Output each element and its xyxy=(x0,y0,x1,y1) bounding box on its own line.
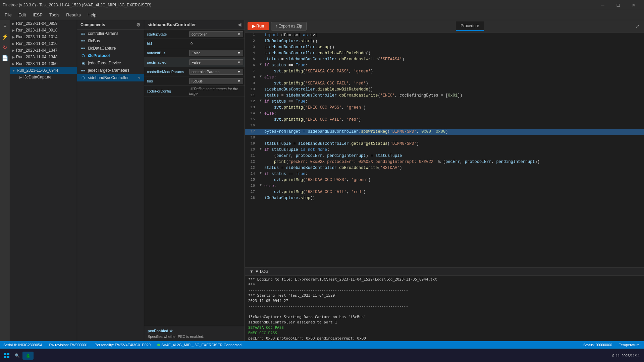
comp-jedecTargetParameters[interactable]: ≡≡ jedecTargetParameters xyxy=(77,67,144,74)
line-fold-14[interactable]: ▼ xyxy=(258,111,263,115)
menu-results[interactable]: Results xyxy=(63,11,84,19)
run-item-7[interactable]: ▶ Run_2023-11-04_1350 xyxy=(10,60,77,67)
minimize-button[interactable]: ─ xyxy=(595,0,610,10)
code-editor[interactable]: 1 import dftm.svt as svt 2 i3cDataCaptur… xyxy=(245,33,644,267)
run-label-5: Run_2023-11-04_1347 xyxy=(16,48,57,53)
code-line-6: 6 ▼ if status == True: xyxy=(245,63,644,69)
sidebar-icon-clock[interactable]: ↻ xyxy=(1,43,9,52)
line-content-15: svt.printMsg('ENEC CCC FAIL', 'red') xyxy=(263,117,644,122)
log-content: *** Logging to file: E:\program\I3C\Test… xyxy=(245,276,644,341)
comp-i3cDataCapture[interactable]: ≡≡ i3cDataCapture xyxy=(77,45,144,52)
line-fold-24[interactable]: ▼ xyxy=(258,171,263,175)
prop-val-startup[interactable]: controller ▼ xyxy=(188,31,245,38)
sidebar-icon-doc[interactable]: 📄 xyxy=(1,54,9,62)
code-line-8: 8 ▼ else: xyxy=(245,75,644,81)
log-line-11: ENEC CCC PASS xyxy=(248,330,641,336)
menu-iesp[interactable]: IESP xyxy=(29,11,46,19)
code-line-1: 1 import dftm.svt as svt xyxy=(245,33,644,39)
run-item-2[interactable]: ▶ Run_2023-11-04_0918 xyxy=(10,27,77,34)
prop-tooltip: pecEnabled ☆ Specifies whether PEC is en… xyxy=(144,326,245,341)
log-line-7 xyxy=(248,309,641,314)
log-header[interactable]: ▼ ▼ LOG xyxy=(245,268,644,276)
line-fold-8[interactable]: ▼ xyxy=(258,75,263,78)
status-right: Status: 00000000 Temperature: xyxy=(583,343,641,347)
comp-i3cBus[interactable]: ≡≡ i3cBus xyxy=(77,37,144,45)
run-label-8c: i3cDataCapture xyxy=(23,75,51,79)
bus-dropdown[interactable]: i3cBus ▼ xyxy=(189,78,243,84)
autoInitBus-dropdown[interactable]: False ▼ xyxy=(189,50,243,56)
code-line-14: 14 ▼ else: xyxy=(245,111,644,117)
line-fold-26[interactable]: ▼ xyxy=(258,183,263,187)
props-collapse-icon[interactable]: ◀ xyxy=(238,22,241,27)
codeForConfig-text: #"Define some names for the targe xyxy=(189,86,238,96)
pecEnabled-chevron: ▼ xyxy=(237,60,241,64)
prop-val-bus[interactable]: i3cBus ▼ xyxy=(188,77,245,85)
startup-val: controller xyxy=(192,32,207,36)
pecEnabled-dropdown[interactable]: False ▼ xyxy=(189,59,243,65)
line-fold-6[interactable]: ▼ xyxy=(258,63,263,66)
line-fold-12[interactable]: ▼ xyxy=(258,99,263,103)
comp-name-4: i3cProtocol xyxy=(88,53,110,58)
prop-label-ctrlMode: controllerModeParams xyxy=(144,68,188,75)
run-item-8[interactable]: ▼ Run_2023-11-05_0944 xyxy=(10,67,77,74)
comp-controllerParams[interactable]: ≡≡ controllerParams xyxy=(77,30,144,37)
line-num-7: 7 xyxy=(245,69,258,73)
procedure-tab[interactable]: Procedure xyxy=(456,21,484,31)
run-label-4: Run_2023-11-04_1016 xyxy=(16,41,57,46)
startup-dropdown[interactable]: controller ▼ xyxy=(189,31,243,37)
line-content-28: i3cDataCapture.stop() xyxy=(263,195,644,201)
ctrlMode-chevron: ▼ xyxy=(237,70,241,74)
toolbar-buttons: ▶ Run ↑ Export as Zip xyxy=(248,22,307,31)
line-content-11: status = sidebandBusController.doBroadca… xyxy=(263,93,644,98)
export-button[interactable]: ↑ Export as Zip xyxy=(271,22,307,31)
prop-label-bus: bus xyxy=(144,78,188,84)
arrow-icon-8: ▼ xyxy=(12,69,15,72)
comp-icon-1: ≡≡ xyxy=(80,31,86,36)
prop-val-ctrlMode[interactable]: controllerParams ▼ xyxy=(188,68,245,75)
menu-tools[interactable]: Tools xyxy=(46,11,63,19)
run-item-6[interactable]: ▶ Run_2023-11-04_1348 xyxy=(10,54,77,60)
comp-name-6: jedecTargetParameters xyxy=(88,68,129,73)
log-line-9: sidebandBusController assigned to port 1 xyxy=(248,320,641,325)
comp-i3cProtocol[interactable]: ⬡ i3cProtocol xyxy=(77,52,144,59)
run-item-8-child[interactable]: ▶ i3cDataCapture xyxy=(10,74,77,80)
menu-edit[interactable]: Edit xyxy=(15,11,29,19)
code-line-21: 21 (pecErr, protocolErr, pendingInterrup… xyxy=(245,153,644,159)
prop-val-pecEnabled[interactable]: False ▼ xyxy=(188,59,245,66)
menu-help[interactable]: Help xyxy=(84,11,100,19)
menu-file[interactable]: File xyxy=(1,11,15,19)
prop-val-autoInitBus[interactable]: False ▼ xyxy=(188,49,245,57)
run-item-1[interactable]: ▶ Run_2023-11-04_0859 xyxy=(10,20,77,27)
status-serial: Serial #: INI3C230905A xyxy=(3,343,43,347)
ctrlMode-dropdown[interactable]: controllerParams ▼ xyxy=(189,69,243,75)
code-line-28: 28 i3cDataCapture.stop() xyxy=(245,195,644,201)
start-button[interactable] xyxy=(1,352,12,360)
line-content-3: sidebandBusController.setup() xyxy=(263,45,644,50)
sidebar-icon-chart[interactable]: ⚡ xyxy=(1,32,9,41)
line-num-23: 23 xyxy=(245,165,258,170)
run-button[interactable]: ▶ Run xyxy=(248,22,269,30)
line-content-7: svt.printMsg('SETAASA CCC PASS', 'green'… xyxy=(263,69,644,74)
code-line-16: 16 xyxy=(245,123,644,129)
autoInitBus-chevron: ▼ xyxy=(237,51,241,55)
gear-icon[interactable]: ⚙ xyxy=(136,22,141,27)
comp-name-7: sidebandBusController xyxy=(88,75,128,80)
comp-jedecTargetDevice[interactable]: ▣ jedecTargetDevice xyxy=(77,59,144,67)
maximize-button[interactable]: □ xyxy=(610,0,626,10)
sidebar-icon-menu[interactable]: ≡ xyxy=(1,21,9,30)
expand-button[interactable]: ⤢ xyxy=(633,23,641,29)
line-num-17: 17 xyxy=(245,129,258,133)
comp-sidebandBusController[interactable]: ⬡ sidebandBusController ✎ xyxy=(77,74,144,81)
run-item-3[interactable]: ▶ Run_2023-11-04_1014 xyxy=(10,34,77,40)
taskbar-pinetree[interactable]: 🌲 xyxy=(22,352,34,360)
close-button[interactable]: ✕ xyxy=(626,0,641,10)
run-item-5[interactable]: ▶ Run_2023-11-04_1347 xyxy=(10,47,77,54)
comp-edit-icon: ✎ xyxy=(138,76,141,80)
search-button[interactable]: 🔍 xyxy=(12,352,22,359)
prop-bus: bus i3cBus ▼ xyxy=(144,76,245,86)
taskbar-right: 9:44 2023/11/11 xyxy=(612,354,643,358)
menu-bar: File Edit IESP Tools Results Help xyxy=(0,10,644,20)
bus-chevron: ▼ xyxy=(237,79,241,83)
run-item-4[interactable]: ▶ Run_2023-11-04_1016 xyxy=(10,40,77,47)
line-fold-20[interactable]: ▼ xyxy=(258,147,263,151)
